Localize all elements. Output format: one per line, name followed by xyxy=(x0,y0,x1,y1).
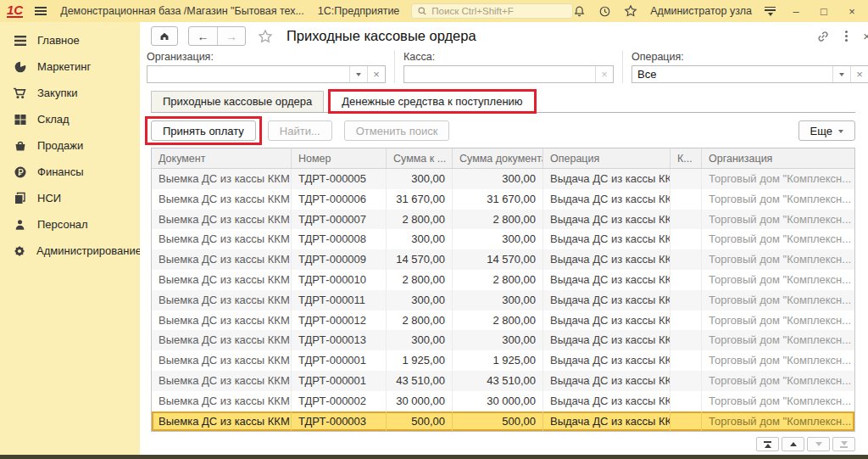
clear-button[interactable]: × xyxy=(595,66,613,82)
cell-k xyxy=(670,311,702,331)
column-header-sum-due[interactable]: Сумма к ... xyxy=(387,148,453,168)
section-sidebar: Главное Маркетинг Закупки Склад Продажи xyxy=(0,22,140,455)
sidebar-item[interactable]: Главное xyxy=(0,27,140,53)
clear-button[interactable]: × xyxy=(850,66,868,82)
add-favorite-star-icon[interactable] xyxy=(258,29,273,44)
cell-operation: Выдача ДС из кассы ККМ xyxy=(543,210,670,230)
table-row[interactable]: Выемка ДС из кассы ККМ ... ТДРТ-000009 1… xyxy=(152,249,854,270)
operation-input[interactable]: Все × xyxy=(632,65,868,83)
cell-number: ТДРТ-000003 xyxy=(292,411,387,432)
table-row[interactable]: Выемка ДС из кассы ККМ ... ТДРТ-000007 2… xyxy=(152,210,854,230)
more-menu-icon[interactable] xyxy=(845,31,848,33)
sidebar-item[interactable]: Финансы xyxy=(0,159,140,185)
get-link-icon[interactable] xyxy=(816,30,830,43)
cell-sum-document: 43 510,00 xyxy=(453,371,543,391)
go-up-button[interactable] xyxy=(782,437,804,451)
main-menu-icon[interactable] xyxy=(35,7,47,15)
cell-organization: Торговый дом "Комплексн... xyxy=(702,290,854,311)
sidebar-item[interactable]: Маркетинг xyxy=(0,53,140,80)
notifications-bell-icon[interactable] xyxy=(573,5,586,18)
maximize-button[interactable]: □ xyxy=(816,5,832,18)
minimize-button[interactable]: – xyxy=(788,5,804,18)
global-search[interactable] xyxy=(411,3,573,19)
window-bottom-edge xyxy=(0,455,868,459)
tab-funds-to-receive[interactable]: Денежные средства к поступлению xyxy=(330,91,534,113)
close-window-button[interactable]: × xyxy=(844,5,860,18)
current-user[interactable]: Администратор узла xyxy=(650,5,752,17)
cell-operation: Выдача ДС из кассы ККМ xyxy=(543,350,670,371)
forward-button[interactable]: → xyxy=(217,27,245,45)
cell-organization: Торговый дом "Комплексн... xyxy=(702,169,854,189)
sidebar-item[interactable]: Склад xyxy=(0,106,140,132)
table-row[interactable]: Выемка ДС из кассы ККМ ... ТДРТ-000002 3… xyxy=(152,391,854,411)
dropdown-button[interactable] xyxy=(832,66,850,82)
cell-k xyxy=(670,189,702,210)
cell-document: Выемка ДС из кассы ККМ ... xyxy=(152,210,292,230)
table-row[interactable]: Выемка ДС из кассы ККМ ... ТДРТ-000012 2… xyxy=(152,311,854,331)
sidebar-item[interactable]: Персонал xyxy=(0,211,140,238)
table-row[interactable]: Выемка ДС из кассы ККМ ... ТДРТ-000003 5… xyxy=(152,411,854,432)
cell-sum-document: 500,00 xyxy=(453,411,543,432)
cell-sum-document: 31 670,00 xyxy=(453,189,543,210)
sidebar-item[interactable]: Закупки xyxy=(0,80,140,106)
accept-payment-button[interactable]: Принять оплату xyxy=(151,120,256,141)
cell-k xyxy=(670,411,702,432)
close-form-button[interactable]: × xyxy=(863,29,868,43)
go-first-button[interactable] xyxy=(756,437,779,451)
table-row[interactable]: Выемка ДС из кассы ККМ ... ТДРТ-000013 3… xyxy=(152,330,854,350)
table-row[interactable]: Выемка ДС из кассы ККМ ... ТДРТ-000001 4… xyxy=(152,371,854,391)
sidebar-item-label: Продажи xyxy=(37,139,83,152)
cell-number: ТДРТ-000007 xyxy=(292,210,387,230)
table-row[interactable]: Выемка ДС из кассы ККМ ... ТДРТ-000006 3… xyxy=(152,189,854,210)
cell-k xyxy=(670,249,702,270)
dropdown-button[interactable] xyxy=(349,66,367,82)
sidebar-item[interactable]: Продажи xyxy=(0,132,140,159)
cell-sum-document: 300,00 xyxy=(453,169,543,189)
table-row[interactable]: Выемка ДС из кассы ККМ ... ТДРТ-000001 1… xyxy=(152,350,854,371)
filter-organization: Организация: × xyxy=(147,50,386,83)
cell-operation: Выдача ДС из кассы ККМ xyxy=(543,371,670,391)
table-row[interactable]: Выемка ДС из кассы ККМ ... ТДРТ-000005 3… xyxy=(152,169,854,189)
go-down-button[interactable] xyxy=(807,437,830,451)
column-header-organization[interactable]: Организация xyxy=(702,148,854,168)
table-row[interactable]: Выемка ДС из кассы ККМ ... ТДРТ-000008 3… xyxy=(152,229,854,249)
home-button[interactable] xyxy=(151,26,178,46)
history-icon[interactable] xyxy=(598,5,611,18)
search-input[interactable] xyxy=(431,6,567,16)
table-row[interactable]: Выемка ДС из кассы ККМ ... ТДРТ-000011 3… xyxy=(152,290,854,311)
cashbox-input[interactable]: × xyxy=(403,65,614,83)
go-last-button[interactable] xyxy=(832,437,855,451)
cancel-search-button[interactable]: Отменить поиск xyxy=(344,120,450,141)
organization-label: Организация: xyxy=(147,51,386,63)
column-header-operation[interactable]: Операция xyxy=(543,148,670,168)
column-header-sum-document[interactable]: Сумма документа xyxy=(453,148,543,168)
back-button[interactable]: ← xyxy=(189,27,217,45)
cell-k xyxy=(670,371,702,391)
cell-sum-document: 300,00 xyxy=(453,330,543,350)
column-header-k[interactable]: К... xyxy=(670,148,702,168)
clear-button[interactable]: × xyxy=(367,66,385,82)
organization-input[interactable]: × xyxy=(147,65,386,83)
more-actions-button[interactable]: Еще xyxy=(798,120,855,141)
tab-bar: Приходные кассовые ордера Денежные средс… xyxy=(151,91,855,113)
tab-cash-receipt-orders[interactable]: Приходные кассовые ордера xyxy=(151,91,324,112)
sidebar-item[interactable]: НСИ xyxy=(0,185,140,211)
column-header-document[interactable]: Документ xyxy=(152,148,292,168)
page-title: Приходные кассовые ордера xyxy=(287,28,476,44)
cell-operation: Выдача ДС из кассы ККМ xyxy=(543,311,670,331)
sidebar-item-label: НСИ xyxy=(37,192,61,204)
table-row[interactable]: Выемка ДС из кассы ККМ ... ТДРТ-000010 2… xyxy=(152,270,854,290)
chevron-down-icon xyxy=(838,130,843,133)
find-button[interactable]: Найти... xyxy=(268,120,332,141)
cell-sum-due: 300,00 xyxy=(387,330,453,350)
go-first-icon xyxy=(764,441,771,443)
sidebar-item-label: Маркетинг xyxy=(37,60,91,73)
sidebar-item[interactable]: Администрирование xyxy=(0,238,140,264)
cell-sum-due: 2 800,00 xyxy=(387,210,453,230)
command-bar: Принять оплату Найти... Отменить поиск Е… xyxy=(151,120,855,141)
cell-sum-due: 43 510,00 xyxy=(387,371,453,391)
favorites-star-icon[interactable] xyxy=(624,4,637,18)
cell-organization: Торговый дом "Комплексн... xyxy=(702,189,854,210)
column-header-number[interactable]: Номер xyxy=(292,148,387,168)
service-menu-icon[interactable] xyxy=(765,7,776,16)
